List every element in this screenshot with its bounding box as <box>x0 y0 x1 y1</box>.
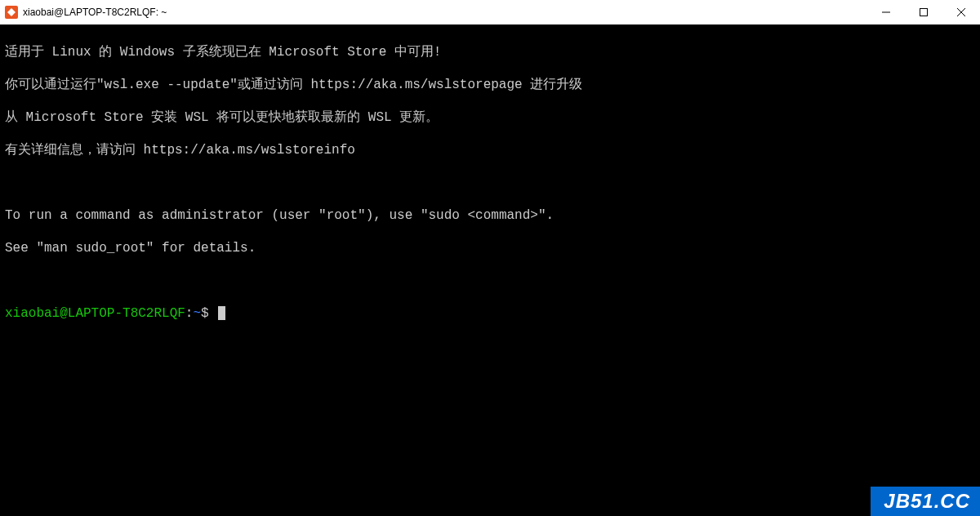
minimize-button[interactable] <box>867 0 905 24</box>
terminal-output[interactable]: 适用于 Linux 的 Windows 子系统现已在 Microsoft Sto… <box>0 24 980 341</box>
maximize-button[interactable] <box>905 0 942 24</box>
output-line: 你可以通过运行"wsl.exe --update"或通过访问 https://a… <box>5 77 975 93</box>
output-line: See "man sudo_root" for details. <box>5 240 975 256</box>
output-line: 适用于 Linux 的 Windows 子系统现已在 Microsoft Sto… <box>5 44 975 60</box>
window-titlebar: xiaobai@LAPTOP-T8C2RLQF: ~ <box>0 0 980 24</box>
window-title: xiaobai@LAPTOP-T8C2RLQF: ~ <box>23 7 167 18</box>
cursor <box>218 306 225 320</box>
titlebar-left: xiaobai@LAPTOP-T8C2RLQF: ~ <box>0 6 167 19</box>
output-line <box>5 273 975 289</box>
close-button[interactable] <box>942 0 980 24</box>
output-line: 从 Microsoft Store 安装 WSL 将可以更快地获取最新的 WSL… <box>5 109 975 126</box>
watermark-badge: JB51.CC <box>871 487 980 516</box>
ubuntu-icon <box>5 6 18 19</box>
prompt-userhost: xiaobai@LAPTOP-T8C2RLQF <box>5 306 185 321</box>
svg-rect-1 <box>920 9 928 16</box>
prompt-symbol: $ <box>201 306 209 321</box>
prompt-sep: : <box>185 306 194 321</box>
prompt-line: xiaobai@LAPTOP-T8C2RLQF:~$ <box>5 305 975 322</box>
prompt-path: ~ <box>193 306 201 321</box>
window-controls <box>867 0 980 24</box>
output-line <box>5 175 975 191</box>
output-line: 有关详细信息，请访问 https://aka.ms/wslstoreinfo <box>5 142 975 158</box>
output-line: To run a command as administrator (user … <box>5 207 975 224</box>
